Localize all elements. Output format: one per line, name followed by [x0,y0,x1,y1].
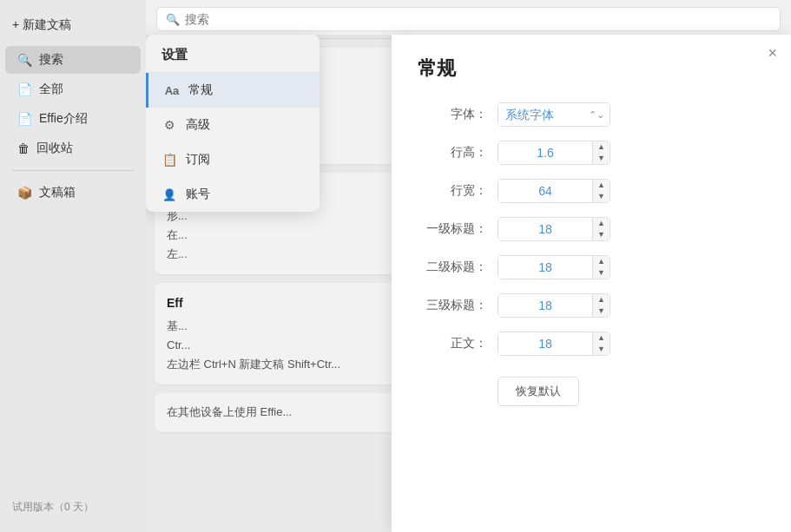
settings-row-h1: 一级标题： ▲ ▼ [418,217,765,241]
font-select[interactable]: 系统字体 宋体 黑体 [498,103,583,126]
settings-row-font: 字体： 系统字体 宋体 黑体 ⌃⌄ [418,102,765,127]
settings-row-body: 正文： ▲ ▼ [418,332,765,356]
sidebar-item-all[interactable]: 📄 全部 [5,76,141,103]
trash-icon: 🗑 [17,141,30,155]
settings-row-h3: 三级标题： ▲ ▼ [418,293,765,318]
h1-up[interactable]: ▲ [593,218,610,229]
line-height-spinner: ▲ ▼ [592,141,610,164]
line-width-spinner: ▲ ▼ [592,180,610,202]
app-container: + 新建文稿 🔍 搜索 📄 全部 📄 Effie介绍 🗑 回收站 📦 文稿箱 试… [0,0,791,532]
h3-input[interactable] [498,294,592,317]
h2-input[interactable] [498,256,592,279]
line-width-up[interactable]: ▲ [593,180,610,191]
h3-wrapper: ▲ ▼ [498,293,610,318]
search-icon: 🔍 [17,53,32,67]
line-width-label: 行宽： [418,183,487,199]
archive-icon: 📦 [17,186,32,200]
restore-defaults-button[interactable]: 恢复默认 [498,377,579,406]
settings-row-line-width: 行宽： ▲ ▼ [418,179,765,203]
settings-modal: × 常规 字体： 系统字体 宋体 黑体 ⌃⌄ [146,35,791,532]
h3-label: 三级标题： [418,298,487,313]
sidebar-divider [12,170,134,171]
h1-down[interactable]: ▼ [593,229,610,240]
line-width-input[interactable] [498,180,592,202]
h2-down[interactable]: ▼ [593,267,610,279]
h1-input[interactable] [498,218,592,240]
h2-up[interactable]: ▲ [593,256,610,267]
body-input[interactable] [498,332,592,355]
line-height-up[interactable]: ▲ [593,141,610,153]
search-bar: 🔍 [146,0,791,39]
sidebar-archive[interactable]: 📦 文稿箱 [5,179,141,207]
settings-row-line-height: 行高： ▲ ▼ [418,141,765,165]
line-height-wrapper: ▲ ▼ [498,141,610,165]
new-doc-button[interactable]: + 新建文稿 [0,10,146,40]
line-width-down[interactable]: ▼ [593,191,610,202]
settings-row-h2: 二级标题： ▲ ▼ [418,255,765,279]
h1-wrapper: ▲ ▼ [498,217,610,241]
body-down[interactable]: ▼ [593,344,610,355]
h1-spinner: ▲ ▼ [592,218,610,240]
h3-up[interactable]: ▲ [593,294,610,305]
trial-label: 试用版本（0 天） [0,493,146,522]
body-label: 正文： [418,336,487,351]
search-wrapper[interactable]: 🔍 [156,7,781,31]
h2-label: 二级标题： [418,259,487,275]
sidebar-item-trash[interactable]: 🗑 回收站 [5,135,141,162]
line-height-label: 行高： [418,145,487,161]
settings-panel-title: 常规 [418,56,765,82]
doc-icon: 📄 [17,112,32,126]
search-icon: 🔍 [166,13,180,26]
settings-panel: × 常规 字体： 系统字体 宋体 黑体 ⌃⌄ [392,35,791,532]
line-height-down[interactable]: ▼ [593,153,610,164]
body-up[interactable]: ▲ [593,332,610,344]
select-arrow-icon: ⌃⌄ [583,109,610,121]
line-width-wrapper: ▲ ▼ [498,179,610,203]
close-button[interactable]: × [768,45,777,61]
sidebar-item-search[interactable]: 🔍 搜索 [5,46,141,74]
sidebar-item-effie-intro[interactable]: 📄 Effie介绍 [5,105,141,133]
body-spinner: ▲ ▼ [592,332,610,355]
content-area: 🔍 为了...Eff...便...才...命... Eff 形...在...左.… [146,0,791,532]
font-label: 字体： [418,107,487,122]
h3-down[interactable]: ▼ [593,305,610,317]
search-input[interactable] [185,12,771,26]
line-height-input[interactable] [498,141,592,164]
h2-wrapper: ▲ ▼ [498,255,610,279]
all-docs-icon: 📄 [17,82,32,96]
font-select-wrapper: 系统字体 宋体 黑体 ⌃⌄ [498,102,610,127]
h3-spinner: ▲ ▼ [592,294,610,317]
body-wrapper: ▲ ▼ [498,332,610,356]
h1-label: 一级标题： [418,221,487,237]
h2-spinner: ▲ ▼ [592,256,610,279]
sidebar: + 新建文稿 🔍 搜索 📄 全部 📄 Effie介绍 🗑 回收站 📦 文稿箱 试… [0,0,146,532]
